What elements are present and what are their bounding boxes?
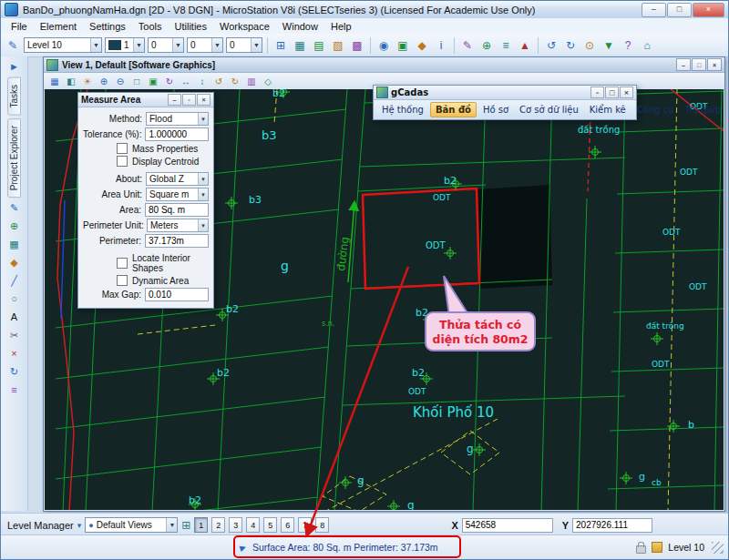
y-coordinate-input[interactable]	[572, 518, 652, 533]
view-restore-button[interactable]: □	[692, 58, 706, 71]
view1-title-bar[interactable]: View 1, Default [Software Graphics] – □ …	[44, 57, 724, 73]
dynamic-area-checkbox[interactable]	[117, 275, 128, 286]
rotate-tool-icon[interactable]: ↻	[5, 364, 24, 380]
menu-utilities[interactable]: Utilities	[169, 20, 213, 33]
minimize-icon[interactable]: –	[590, 87, 604, 98]
key-in-icon[interactable]: ≡	[498, 37, 514, 54]
help-icon[interactable]: ?	[620, 37, 636, 54]
gcadas-title-bar[interactable]: gCadas – □ ×	[374, 86, 636, 100]
fit-view-icon[interactable]: ▣	[146, 75, 160, 88]
tolerance-input[interactable]	[145, 127, 209, 141]
close-button[interactable]: ×	[693, 3, 724, 17]
active-weight-combo[interactable]: 0 ▼	[187, 37, 223, 53]
menu-element[interactable]: Element	[34, 20, 83, 33]
gcadas-menu-ho-so[interactable]: Hồ sơ	[478, 103, 513, 117]
trim-tool-icon[interactable]: ✂	[5, 328, 24, 343]
view-close-button[interactable]: ×	[707, 58, 722, 71]
models-icon[interactable]: ⊞	[272, 37, 289, 54]
adjust-brightness-icon[interactable]: ☀	[80, 75, 95, 88]
gcadas-menu-co-so-du-lieu[interactable]: Cơ sở dữ liệu	[515, 103, 583, 117]
menu-file[interactable]: File	[5, 20, 34, 33]
modify-tool-icon[interactable]: ≡	[5, 382, 24, 398]
gcadas-menu-cong-cu[interactable]: Công cụ	[632, 103, 679, 117]
place-circle-icon[interactable]: ⊕	[5, 219, 24, 234]
delete-element-icon[interactable]: ×	[5, 346, 24, 361]
zoom-out-icon[interactable]: ⊖	[113, 75, 128, 88]
saved-views-icon[interactable]: ▦	[292, 37, 308, 54]
highlighted-parcel[interactable]	[363, 188, 479, 289]
walk-view-icon[interactable]: ↕	[195, 75, 210, 88]
raster-manager-icon[interactable]: ▧	[330, 37, 346, 54]
cells-icon[interactable]: ◆	[414, 37, 430, 54]
pin-icon[interactable]: ▫	[182, 94, 196, 106]
view-toggle-1[interactable]: 1	[194, 517, 208, 533]
gcadas-menu-he-thong[interactable]: Hệ thống	[377, 103, 428, 117]
menu-help[interactable]: Help	[324, 20, 358, 33]
place-text-icon[interactable]: ✎	[459, 37, 476, 54]
active-level-combo[interactable]: Level 10 ▼	[24, 37, 102, 53]
locate-interior-checkbox[interactable]	[117, 258, 128, 269]
menu-window[interactable]: Window	[276, 20, 324, 33]
view-toggle-4[interactable]: 4	[246, 517, 260, 533]
status-active-level[interactable]: Level 10	[668, 542, 704, 553]
zoom-in-icon[interactable]: ⊕	[97, 75, 111, 88]
display-centroid-checkbox[interactable]	[117, 156, 128, 167]
menu-workspace[interactable]: Workspace	[213, 20, 276, 33]
menu-tools[interactable]: Tools	[132, 20, 169, 33]
level-display-icon[interactable]: ▣	[395, 37, 411, 54]
element-template-icon[interactable]: ✎	[5, 37, 21, 54]
redo-icon[interactable]: ↻	[562, 37, 579, 54]
home-icon[interactable]: ⌂	[639, 37, 655, 54]
accusnap-icon[interactable]: ⊕	[478, 37, 495, 54]
element-selection-icon[interactable]: ►	[5, 59, 24, 75]
place-line-icon[interactable]: ╱	[5, 273, 24, 289]
gcadas-menu-ban-do[interactable]: Bản đồ	[430, 102, 477, 117]
view-minimize-button[interactable]: –	[676, 58, 691, 71]
about-dropdown[interactable]: Global Z ▼	[146, 172, 209, 186]
measure-icon[interactable]: ⊙	[581, 37, 598, 54]
view-toggle-grid-icon[interactable]: ⊞	[181, 519, 190, 532]
maximize-button[interactable]: □	[667, 3, 692, 17]
place-smartline-icon[interactable]: ✎	[5, 200, 24, 216]
view-attributes-icon[interactable]: ▦	[47, 75, 62, 88]
element-info-icon[interactable]: i	[433, 37, 449, 54]
menu-settings[interactable]: Settings	[83, 20, 132, 33]
display-mode-icon[interactable]: ◧	[64, 75, 78, 88]
view-next-icon[interactable]: ↻	[228, 75, 242, 88]
view-toggle-6[interactable]: 6	[281, 517, 294, 533]
tab-tasks[interactable]: Tasks	[7, 77, 21, 116]
perimeter-unit-dropdown[interactable]: Meters ▼	[147, 219, 209, 232]
view-toggle-8[interactable]: 8	[315, 517, 329, 533]
copy-view-icon[interactable]: ▥	[244, 75, 259, 88]
chevron-down-icon[interactable]: ▾	[77, 521, 82, 530]
view-previous-icon[interactable]: ↺	[211, 75, 226, 88]
minimize-icon[interactable]: –	[168, 94, 181, 106]
rotate-view-icon[interactable]: ↻	[162, 75, 177, 88]
place-ellipse-icon[interactable]: ○	[5, 291, 24, 307]
method-dropdown[interactable]: Flood ▼	[146, 112, 209, 126]
maximize-icon[interactable]: □	[605, 87, 619, 98]
x-coordinate-input[interactable]	[462, 518, 553, 533]
area-unit-dropdown[interactable]: Square m ▼	[146, 188, 209, 201]
hatch-area-icon[interactable]: ◆	[5, 255, 24, 270]
close-icon[interactable]: ×	[197, 94, 210, 106]
active-transparency-combo[interactable]: 0 ▼	[226, 37, 262, 53]
view-toggle-3[interactable]: 3	[229, 517, 242, 533]
view-groups-icon[interactable]: ▼	[601, 37, 617, 54]
max-gap-input[interactable]	[145, 288, 209, 301]
pan-view-icon[interactable]: ↔	[179, 75, 193, 88]
resize-grip[interactable]	[712, 542, 724, 554]
area-value-field[interactable]	[145, 203, 209, 217]
mass-properties-checkbox[interactable]	[117, 143, 128, 154]
perimeter-value-field[interactable]	[145, 234, 209, 248]
view-toggle-2[interactable]: 2	[211, 517, 225, 533]
view-group-dropdown[interactable]: ● Default Views ▼	[85, 517, 178, 533]
measure-dialog-title-bar[interactable]: Measure Area – ▫ ×	[78, 93, 213, 107]
active-style-combo[interactable]: 0 ▼	[148, 37, 184, 53]
undo-icon[interactable]: ↺	[543, 37, 560, 54]
tab-project-explorer[interactable]: Project Explorer	[7, 118, 21, 198]
point-clouds-icon[interactable]: ▩	[349, 37, 365, 54]
minimize-button[interactable]: –	[642, 3, 666, 17]
close-icon[interactable]: ×	[620, 87, 633, 98]
gcadas-menu-tro-giup[interactable]: Trợ giúp	[681, 103, 726, 117]
